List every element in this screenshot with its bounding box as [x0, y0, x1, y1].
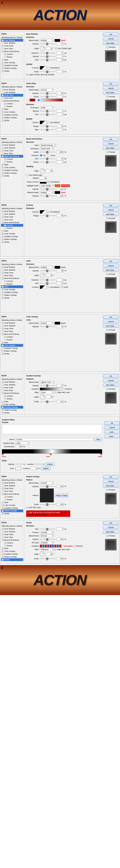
checkbox-icon[interactable]	[2, 147, 4, 149]
sidebar-item-drop-shadow[interactable]: Drop Shadow	[1, 88, 23, 91]
sidebar-item-outer-glow[interactable]: Outer Glow	[1, 149, 23, 152]
angle-input[interactable]: 90	[46, 553, 53, 555]
checkbox-icon[interactable]	[2, 164, 4, 166]
checkbox-icon[interactable]	[4, 542, 6, 544]
sidebar-item-contour[interactable]: Contour	[1, 224, 23, 227]
slider[interactable]	[40, 53, 56, 54]
sidebar-item-outer-glow[interactable]: Outer Glow	[1, 386, 23, 389]
presets-grid[interactable]	[2, 424, 102, 434]
contour-picker[interactable]	[40, 285, 47, 289]
checkbox-icon[interactable]	[2, 322, 4, 324]
sidebar-item-gradient-overlay[interactable]: Gradient Overlay	[1, 235, 23, 238]
sidebar-item-gradient-overlay[interactable]: Gradient Overlay	[1, 291, 23, 294]
stop-location-input[interactable]	[35, 464, 42, 465]
sidebar-item-blending-options-default[interactable]: Blending Options: Default	[1, 141, 23, 144]
dir-down-radio[interactable]	[48, 154, 50, 157]
antialias-checkbox[interactable]	[48, 181, 49, 183]
sidebar-item-color-overlay[interactable]: Color Overlay	[1, 504, 23, 507]
checkbox-icon[interactable]	[2, 482, 4, 484]
new-style-button[interactable]: New Style...	[103, 268, 119, 272]
slider[interactable]	[40, 529, 56, 529]
cancel-button[interactable]: Cancel	[103, 479, 119, 483]
checkbox-icon[interactable]	[4, 227, 6, 229]
sidebar-item-pattern-overlay[interactable]: Pattern Overlay	[1, 294, 23, 297]
size-input[interactable]: 5	[57, 113, 64, 116]
sidebar-item-gradient-overlay[interactable]: Gradient Overlay	[1, 406, 23, 409]
checkbox-icon[interactable]	[2, 70, 4, 72]
slider[interactable]	[40, 59, 56, 60]
checkbox-icon[interactable]	[2, 92, 4, 93]
ok-button[interactable]: OK	[103, 521, 119, 525]
checkbox-icon[interactable]	[2, 381, 4, 383]
checkbox-icon[interactable]	[2, 294, 4, 296]
sidebar-item-contour[interactable]: Contour	[1, 395, 23, 397]
sidebar-item-gradient-overlay[interactable]: Gradient Overlay	[1, 507, 23, 509]
checkbox-icon[interactable]	[2, 353, 4, 355]
sidebar-item-inner-shadow[interactable]: Inner Shadow	[1, 42, 23, 44]
checkbox-icon[interactable]	[2, 89, 4, 91]
checkbox-icon[interactable]	[2, 387, 4, 389]
cancel-button[interactable]: Cancel	[104, 426, 120, 429]
sidebar-item-satin[interactable]: Satin	[1, 229, 23, 232]
sidebar-item-bevel-and-emboss[interactable]: Bevel and Emboss	[1, 155, 23, 158]
sidebar-item-color-overlay[interactable]: Color Overlay	[1, 403, 23, 406]
sidebar-item-blending-options-default[interactable]: Blending Options: Default	[1, 378, 23, 380]
sidebar-item-blending-options-default[interactable]: Blending Options: Default	[1, 525, 23, 527]
contour-picker[interactable]	[40, 121, 47, 124]
snap-origin-button[interactable]: Snap to Origin	[55, 494, 69, 497]
slider[interactable]	[40, 158, 56, 159]
sidebar-item-pattern-overlay[interactable]: Pattern Overlay	[1, 172, 23, 175]
sidebar-item-inner-shadow[interactable]: Inner Shadow	[1, 484, 23, 487]
checkbox-icon[interactable]	[2, 390, 4, 392]
reverse-checkbox[interactable]	[63, 388, 64, 390]
angle-dial[interactable]	[40, 394, 45, 400]
sidebar-item-satin[interactable]: Satin	[1, 163, 23, 166]
checkbox-icon[interactable]	[2, 172, 4, 174]
checkbox-icon[interactable]	[2, 150, 4, 152]
checkbox-icon[interactable]	[2, 169, 4, 171]
checkbox-icon[interactable]	[2, 222, 4, 223]
checkbox-icon[interactable]	[2, 504, 4, 506]
sidebar-item-inner-glow[interactable]: Inner Glow	[1, 97, 23, 99]
sidebar-item-stroke[interactable]: Stroke	[1, 119, 23, 122]
slider[interactable]	[40, 504, 56, 505]
sidebar-item-drop-shadow[interactable]: Drop Shadow	[1, 144, 23, 147]
checkbox-icon[interactable]	[2, 347, 4, 349]
preview-checkbox[interactable]	[107, 217, 108, 219]
checkbox-icon[interactable]	[2, 67, 4, 69]
checkbox-icon[interactable]	[4, 54, 6, 55]
checkbox-icon[interactable]	[2, 559, 4, 561]
checkbox-icon[interactable]	[2, 502, 4, 503]
checkbox-icon[interactable]	[2, 289, 4, 290]
slider[interactable]	[40, 114, 56, 115]
checkbox-icon[interactable]	[2, 548, 4, 550]
reverse-checkbox[interactable]	[73, 545, 75, 547]
shadow-opacity-input[interactable]: 100	[57, 194, 64, 197]
checkbox-icon[interactable]	[2, 488, 4, 489]
checkbox-icon[interactable]	[2, 241, 4, 243]
smoothness-input[interactable]: 100	[16, 445, 23, 448]
checkbox-icon[interactable]	[2, 48, 4, 50]
slider[interactable]	[40, 71, 56, 72]
sidebar-item-inner-shadow[interactable]: Inner Shadow	[1, 324, 23, 327]
sidebar-item-bevel-and-emboss[interactable]: Bevel and Emboss	[1, 392, 23, 395]
sidebar-item-color-overlay[interactable]: Color Overlay	[1, 288, 23, 291]
sidebar-item-blending-options-default[interactable]: Blending Options: Default	[1, 263, 23, 266]
style-select[interactable]: Reflected	[40, 548, 54, 551]
sidebar-item-inner-glow[interactable]: Inner Glow	[1, 152, 23, 155]
blend-mode-select[interactable]: Normal	[40, 322, 54, 324]
color-swatch[interactable]	[30, 99, 35, 101]
sidebar-item-color-overlay[interactable]: Color Overlay	[1, 166, 23, 169]
checkbox-icon[interactable]	[4, 280, 6, 282]
size-input[interactable]: 6	[57, 528, 64, 530]
checkbox-icon[interactable]	[2, 333, 4, 335]
checkbox-icon[interactable]	[2, 239, 4, 240]
sidebar-item-pattern-overlay[interactable]: Pattern Overlay	[1, 67, 23, 70]
checkbox-icon[interactable]	[2, 493, 4, 495]
technique-select[interactable]: Softer	[40, 106, 54, 109]
color-swatch[interactable]	[55, 266, 60, 269]
checkbox-icon[interactable]	[2, 45, 4, 47]
slider[interactable]	[40, 558, 56, 559]
checkbox-icon[interactable]	[2, 120, 4, 121]
color-swatch[interactable]	[55, 39, 60, 42]
